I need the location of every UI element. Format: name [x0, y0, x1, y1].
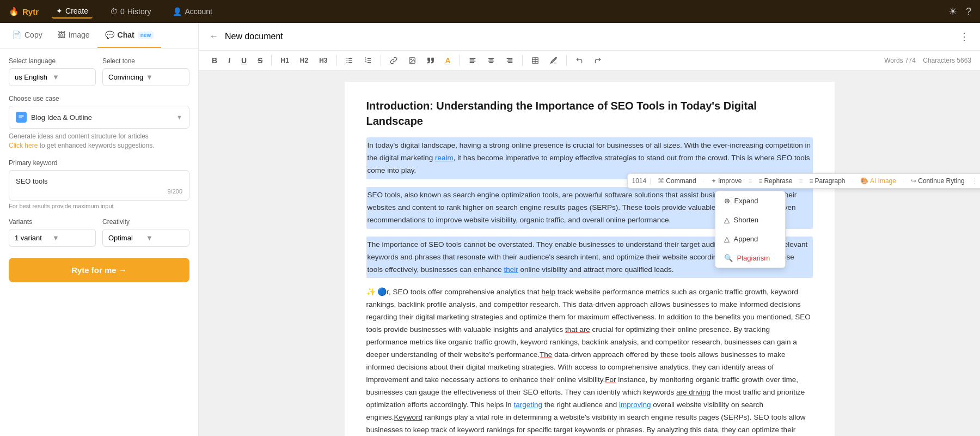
- continue-icon: ↪: [911, 177, 916, 185]
- continue-ryting-button[interactable]: ↪ Continue Ryting: [908, 176, 967, 186]
- nav-account-label: Account: [185, 7, 212, 16]
- svg-point-5: [346, 62, 347, 63]
- tone-value: Convincing: [108, 73, 146, 81]
- keyword-input[interactable]: [16, 177, 182, 185]
- bullet-list-button[interactable]: [341, 55, 358, 66]
- strikethrough-button[interactable]: S: [253, 54, 267, 67]
- tab-chat[interactable]: 💬 Chat new: [97, 23, 162, 48]
- ordered-list-button[interactable]: 123: [360, 55, 376, 66]
- link-button[interactable]: [385, 55, 402, 66]
- toolbar-divider-3: [381, 55, 381, 66]
- document-more-button[interactable]: ⋮: [959, 31, 969, 42]
- image-insert-button[interactable]: [404, 55, 420, 66]
- creativity-group: Creativity Optimal ▼: [102, 218, 189, 247]
- use-case-select[interactable]: Blog Idea & Outline ▼: [9, 106, 189, 129]
- create-icon: ✦: [56, 7, 63, 15]
- align-right-button[interactable]: [501, 55, 518, 66]
- svg-text:3: 3: [365, 61, 366, 64]
- top-navigation: 🔥 Rytr ✦ Create ⏱ 0 History 👤 Account ☀ …: [0, 0, 980, 23]
- tone-group: Select tone Convincing ▼: [102, 57, 189, 86]
- logo[interactable]: 🔥 Rytr: [9, 7, 39, 16]
- variants-row: Variants 1 variant ▼ Creativity Optimal …: [9, 218, 189, 247]
- language-label: Select language: [9, 57, 96, 65]
- redo-button[interactable]: [590, 55, 606, 66]
- editor-content[interactable]: Introduction: Understanding the Importan…: [199, 71, 980, 436]
- sidebar: 📄 Copy 🖼 Image 💬 Chat new Select languag…: [0, 23, 199, 436]
- h1-button[interactable]: H1: [276, 55, 293, 66]
- append-option[interactable]: △ Append: [715, 229, 785, 249]
- theme-toggle-button[interactable]: ☀: [948, 5, 957, 17]
- creativity-dropdown-arrow: ▼: [146, 234, 183, 242]
- command-button[interactable]: ⌘ Command: [654, 176, 699, 186]
- creativity-label: Creativity: [102, 218, 189, 226]
- keyword-hint: For best results provide maximum input: [9, 203, 189, 209]
- copy-tab-icon: 📄: [12, 31, 21, 39]
- plagiarism-option[interactable]: 🔍 Plagiarism: [715, 249, 785, 268]
- word-char-count: Words 774 Characters 5663: [884, 57, 971, 64]
- nav-account[interactable]: 👤 Account: [168, 5, 217, 18]
- grammar-for: For: [605, 376, 616, 384]
- bold-button[interactable]: B: [207, 54, 222, 67]
- shorten-option[interactable]: △ Shorten: [715, 210, 785, 229]
- keyword-input-wrapper: 9/200: [9, 170, 189, 201]
- nav-create[interactable]: ✦ Create: [52, 4, 93, 19]
- clear-format-button[interactable]: [546, 55, 562, 66]
- language-group: Select language us English ▼: [9, 57, 96, 86]
- history-icon: ⏱: [110, 7, 118, 16]
- italic-button[interactable]: I: [224, 54, 235, 67]
- align-left-button[interactable]: [464, 55, 481, 66]
- rephrase-button[interactable]: ≡ Rephrase: [755, 176, 795, 186]
- h2-button[interactable]: H2: [296, 55, 313, 66]
- language-value: us English: [15, 73, 52, 81]
- enhanced-keywords-link[interactable]: Click here: [9, 142, 38, 149]
- toolbar-divider-2: [336, 55, 337, 66]
- improve-button[interactable]: ✦ Improve: [708, 176, 745, 186]
- nav-history[interactable]: ⏱ 0 History: [106, 5, 155, 18]
- align-center-button[interactable]: [483, 55, 499, 66]
- ryte-for-me-button[interactable]: Ryte for me →: [9, 258, 189, 282]
- logo-icon: 🔥: [9, 7, 19, 16]
- paragraph-button[interactable]: ≡ Paragraph: [806, 176, 848, 186]
- tone-select[interactable]: Convincing ▼: [102, 68, 189, 86]
- undo-button[interactable]: [571, 55, 587, 66]
- language-tone-row: Select language us English ▼ Select tone…: [9, 57, 189, 86]
- highlight-button[interactable]: A: [441, 54, 455, 67]
- improving-link[interactable]: improving: [619, 401, 651, 409]
- language-select[interactable]: us English ▼: [9, 68, 96, 86]
- improve-icon: ✦: [711, 177, 716, 185]
- help-button[interactable]: ?: [966, 6, 971, 17]
- back-button[interactable]: ←: [210, 32, 218, 41]
- svg-point-3: [346, 58, 347, 59]
- main-layout: 📄 Copy 🖼 Image 💬 Chat new Select languag…: [0, 23, 980, 436]
- document-body: Introduction: Understanding the Importan…: [345, 82, 835, 436]
- language-dropdown-arrow: ▼: [52, 73, 90, 81]
- nav-create-label: Create: [65, 7, 88, 15]
- tab-copy[interactable]: 📄 Copy: [4, 23, 50, 48]
- toolbar-divider-6: [566, 55, 567, 66]
- quote-button[interactable]: [422, 55, 439, 66]
- creativity-value: Optimal: [108, 234, 146, 242]
- h3-button[interactable]: H3: [315, 55, 332, 66]
- plagiarism-icon: 🔍: [724, 254, 733, 262]
- underline-button[interactable]: U: [237, 54, 251, 67]
- logo-text: Rytr: [22, 7, 39, 16]
- targeting-link[interactable]: targeting: [513, 401, 542, 409]
- realm-link[interactable]: realm: [435, 154, 454, 162]
- variants-select[interactable]: 1 variant ▼: [9, 229, 96, 247]
- their-link[interactable]: their: [504, 265, 518, 274]
- copy-tab-label: Copy: [24, 31, 42, 39]
- tab-image[interactable]: 🖼 Image: [50, 23, 97, 48]
- ai-image-icon: 🎨: [860, 177, 868, 185]
- toolbar-divider-5: [522, 55, 523, 66]
- creativity-select[interactable]: Optimal ▼: [102, 229, 189, 247]
- account-icon: 👤: [173, 7, 182, 16]
- nav-right-actions: ☀ ?: [948, 5, 971, 17]
- use-case-section: Choose use case Blog Idea & Outline ▼ Ge…: [9, 95, 189, 150]
- keyword-section: Primary keyword 9/200 For best results p…: [9, 159, 189, 209]
- tone-dropdown-arrow: ▼: [146, 73, 183, 81]
- table-button[interactable]: [527, 55, 543, 66]
- ai-image-button[interactable]: 🎨 AI Image: [857, 176, 899, 186]
- chat-new-badge: new: [138, 32, 154, 39]
- variants-dropdown-arrow: ▼: [52, 234, 90, 242]
- expand-option[interactable]: ⊕ Expand: [715, 191, 785, 210]
